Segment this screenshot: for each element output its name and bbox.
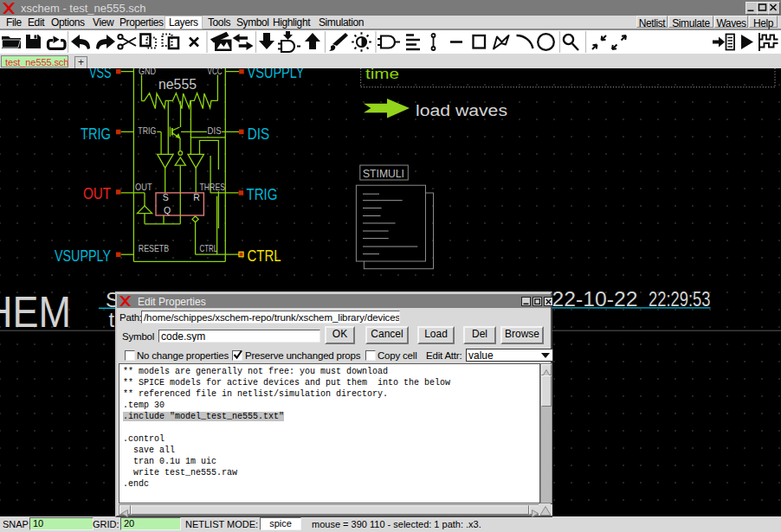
svg-text:22-10-22: 22-10-22: [552, 288, 638, 311]
svg-text:TRIG: TRIG: [247, 185, 278, 203]
svg-text:Q: Q: [164, 205, 171, 215]
svg-text:VSS: VSS: [89, 68, 112, 81]
svg-text:CTRL: CTRL: [248, 247, 281, 265]
svg-text:DIS: DIS: [248, 125, 270, 143]
svg-text:load waves: load waves: [416, 102, 507, 119]
svg-text:OUT: OUT: [83, 184, 111, 202]
svg-text:OUT: OUT: [135, 182, 152, 192]
svg-text:ne555: ne555: [158, 77, 197, 92]
svg-text:CTRL: CTRL: [200, 243, 218, 253]
svg-text:t: t: [109, 308, 115, 331]
svg-text:22:29:53: 22:29:53: [649, 288, 711, 311]
svg-text:VSUPPLY: VSUPPLY: [55, 247, 111, 265]
svg-text:time: time: [365, 68, 399, 81]
svg-text:TRIG: TRIG: [81, 125, 111, 143]
svg-text:VCC: VCC: [208, 68, 223, 76]
svg-text:STIMULI: STIMULI: [363, 167, 404, 180]
svg-text:TRIG: TRIG: [138, 125, 156, 136]
svg-text:THRES: THRES: [200, 182, 226, 192]
svg-text:VSUPPLY: VSUPPLY: [248, 68, 305, 81]
svg-text:HEM: HEM: [0, 288, 71, 336]
svg-text:R: R: [193, 192, 200, 202]
svg-text:GND: GND: [139, 68, 156, 76]
svg-text:S: S: [163, 192, 169, 202]
svg-text:DIS: DIS: [208, 125, 222, 136]
svg-text:RESETB: RESETB: [139, 243, 169, 253]
